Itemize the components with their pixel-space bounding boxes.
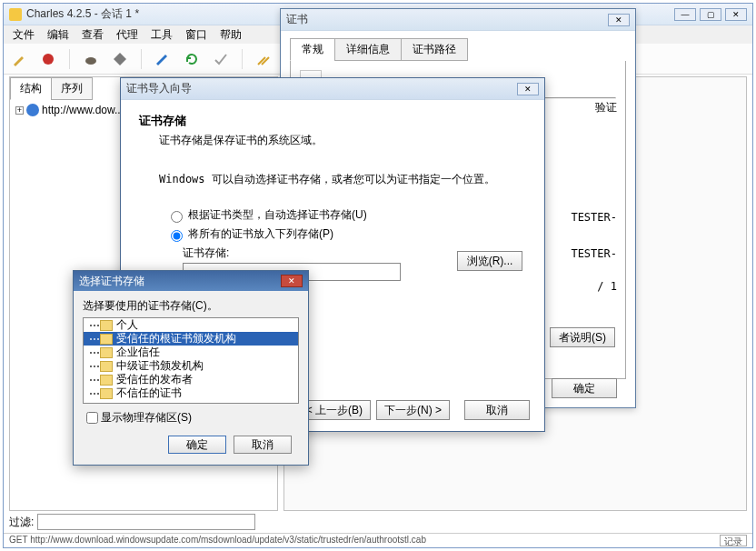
store-ok-button[interactable]: 确定	[168, 436, 226, 454]
radio-auto-input[interactable]	[171, 211, 183, 223]
issuer-statement-button[interactable]: 者说明(S)	[550, 327, 615, 347]
cert-tab-path[interactable]: 证书路径	[401, 38, 468, 61]
svg-point-0	[43, 54, 54, 65]
folder-icon	[100, 388, 113, 399]
radio-auto[interactable]: 根据证书类型，自动选择证书存储(U)	[166, 207, 526, 223]
breakpoint-icon[interactable]	[112, 51, 128, 67]
store-dialog-titlebar: 选择证书存储 ✕	[74, 271, 308, 291]
svg-point-1	[85, 57, 96, 65]
wizard-footer: < 上一步(B) 下一步(N) > 取消	[298, 400, 530, 420]
store-item-enterprise[interactable]: ⋯企业信任	[84, 346, 298, 359]
store-item-trusted-root[interactable]: ⋯受信任的根证书颁发机构	[84, 332, 298, 346]
tab-sequence[interactable]: 序列	[51, 77, 93, 100]
svg-marker-2	[114, 53, 126, 65]
toolbar-separator	[242, 49, 243, 69]
radio-manual[interactable]: 将所有的证书放入下列存储(P)	[166, 226, 526, 242]
store-dialog-prompt: 选择要使用的证书存储(C)。	[83, 298, 299, 314]
cert-tabs: 常规 详细信息 证书路径	[290, 38, 626, 61]
store-dialog-body: 选择要使用的证书存储(C)。 ⋯个人 ⋯受信任的根证书颁发机构 ⋯企业信任 ⋯中…	[74, 291, 308, 461]
folder-icon	[100, 347, 113, 358]
wizard-body: 证书存储 证书存储是保存证书的系统区域。 Windows 可以自动选择证书存储，…	[121, 100, 544, 294]
window-controls: — ▢ ✕	[674, 8, 747, 21]
store-dialog-footer: 确定 取消	[83, 436, 299, 454]
menu-proxy[interactable]: 代理	[111, 25, 144, 45]
select-store-dialog: 选择证书存储 ✕ 选择要使用的证书存储(C)。 ⋯个人 ⋯受信任的根证书颁发机构…	[73, 270, 309, 466]
wizard-hint: Windows 可以自动选择证书存储，或者您可以为证书指定一个位置。	[159, 172, 526, 187]
folder-icon	[100, 334, 113, 345]
cert-ok-button[interactable]: 确定	[552, 378, 617, 398]
menu-file[interactable]: 文件	[7, 25, 40, 45]
cert-tab-details[interactable]: 详细信息	[334, 38, 402, 61]
next-button[interactable]: 下一步(N) >	[376, 400, 450, 420]
app-icon	[9, 8, 22, 21]
show-physical-label: 显示物理存储区(S)	[101, 410, 192, 426]
show-physical-row[interactable]: 显示物理存储区(S)	[83, 409, 299, 426]
wizard-title: 证书导入向导	[126, 81, 517, 96]
cert-verify-text: 验证	[595, 100, 617, 115]
turtle-icon[interactable]	[83, 51, 99, 67]
folder-icon	[100, 361, 113, 372]
folder-icon	[100, 320, 113, 331]
radio-manual-label: 将所有的证书放入下列存储(P)	[188, 226, 333, 242]
tab-structure[interactable]: 结构	[10, 77, 52, 100]
store-dialog-close-button[interactable]: ✕	[281, 275, 303, 287]
check-icon[interactable]	[213, 51, 229, 67]
wizard-heading: 证书存储	[139, 113, 526, 129]
cert-titlebar: 证书 ✕	[281, 9, 635, 31]
cert-tab-general[interactable]: 常规	[290, 38, 335, 61]
folder-icon	[100, 375, 113, 386]
record-icon[interactable]	[40, 51, 56, 67]
status-bar: GET http://www.download.windowsupdate.co…	[4, 533, 752, 547]
store-item-intermediate[interactable]: ⋯中级证书颁发机构	[84, 359, 298, 373]
store-label: 证书存储:	[183, 245, 229, 261]
menu-edit[interactable]: 编辑	[42, 25, 75, 45]
edit-icon[interactable]	[154, 51, 171, 67]
filter-input[interactable]	[37, 514, 255, 530]
radio-auto-label: 根据证书类型，自动选择证书存储(U)	[188, 207, 367, 223]
browse-button[interactable]: 浏览(R)...	[457, 251, 522, 271]
cert-title: 证书	[286, 12, 608, 27]
maximize-button[interactable]: ▢	[700, 8, 721, 21]
repeat-icon[interactable]	[184, 51, 200, 67]
expand-icon[interactable]: +	[15, 106, 24, 115]
tree-item-label: http://www.dow...	[42, 104, 124, 116]
store-list[interactable]: ⋯个人 ⋯受信任的根证书颁发机构 ⋯企业信任 ⋯中级证书颁发机构 ⋯受信任的发布…	[83, 317, 299, 404]
menu-view[interactable]: 查看	[76, 25, 109, 45]
minimize-button[interactable]: —	[674, 8, 696, 21]
store-item-trusted-pub[interactable]: ⋯受信任的发布者	[84, 373, 298, 386]
store-item-untrusted[interactable]: ⋯不信任的证书	[84, 386, 298, 400]
wizard-titlebar: 证书导入向导 ✕	[121, 78, 544, 100]
cert-footer: 确定	[552, 378, 617, 398]
toolbar-separator	[69, 49, 70, 69]
store-item-personal[interactable]: ⋯个人	[84, 318, 298, 332]
toolbar-separator	[141, 49, 142, 69]
menu-tools[interactable]: 工具	[145, 25, 178, 45]
cert-close-button[interactable]: ✕	[608, 14, 630, 26]
wizard-sub: 证书存储是保存证书的系统区域。	[159, 133, 526, 148]
radio-manual-input[interactable]	[171, 230, 183, 242]
cert-tester-1: TESTER-	[571, 211, 617, 224]
show-physical-checkbox[interactable]	[86, 412, 98, 424]
store-dialog-title: 选择证书存储	[79, 274, 281, 289]
wizard-cancel-button[interactable]: 取消	[464, 400, 530, 420]
menu-help[interactable]: 帮助	[214, 25, 247, 45]
globe-icon	[26, 104, 39, 116]
filter-label: 过滤:	[9, 515, 34, 530]
menu-window[interactable]: 窗口	[180, 25, 213, 45]
status-text: GET http://www.download.windowsupdate.co…	[9, 535, 426, 546]
close-button[interactable]: ✕	[725, 8, 747, 21]
tools-icon[interactable]	[255, 51, 272, 67]
wizard-close-button[interactable]: ✕	[517, 83, 539, 95]
broom-icon[interactable]	[11, 51, 27, 67]
cert-seq: / 1	[597, 280, 617, 293]
store-cancel-button[interactable]: 取消	[234, 436, 292, 454]
cert-tester-2: TESTER-	[571, 247, 617, 260]
filter-bar: 过滤:	[9, 511, 747, 533]
record-indicator[interactable]: 记录	[720, 535, 747, 546]
